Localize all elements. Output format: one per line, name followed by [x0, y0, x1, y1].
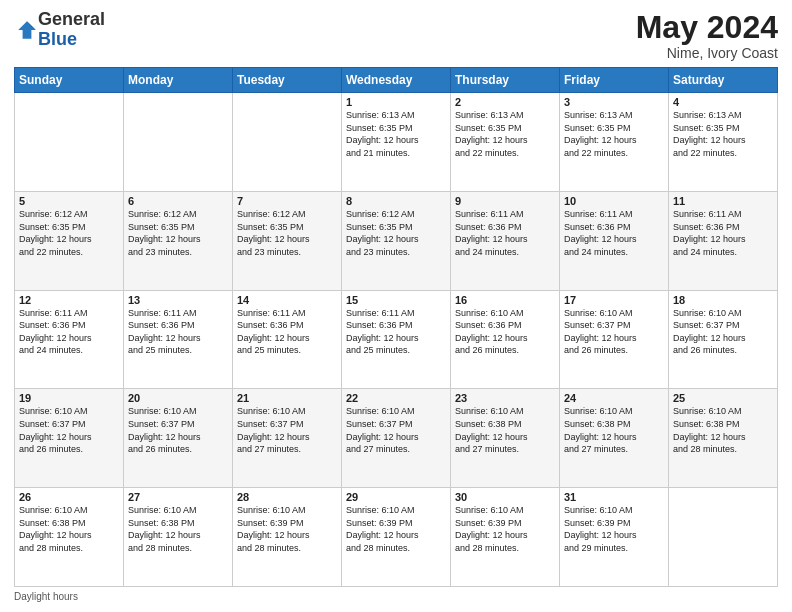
day-number: 7: [237, 195, 337, 207]
day-info: Sunrise: 6:11 AM Sunset: 6:36 PM Dayligh…: [673, 208, 773, 258]
table-cell: 31Sunrise: 6:10 AM Sunset: 6:39 PM Dayli…: [560, 488, 669, 587]
day-info: Sunrise: 6:12 AM Sunset: 6:35 PM Dayligh…: [19, 208, 119, 258]
title-area: May 2024 Nime, Ivory Coast: [636, 10, 778, 61]
day-info: Sunrise: 6:13 AM Sunset: 6:35 PM Dayligh…: [564, 109, 664, 159]
day-number: 29: [346, 491, 446, 503]
day-number: 24: [564, 392, 664, 404]
week-row-4: 19Sunrise: 6:10 AM Sunset: 6:37 PM Dayli…: [15, 389, 778, 488]
th-friday: Friday: [560, 68, 669, 93]
day-info: Sunrise: 6:12 AM Sunset: 6:35 PM Dayligh…: [237, 208, 337, 258]
day-info: Sunrise: 6:13 AM Sunset: 6:35 PM Dayligh…: [455, 109, 555, 159]
table-cell: 15Sunrise: 6:11 AM Sunset: 6:36 PM Dayli…: [342, 290, 451, 389]
table-cell: 12Sunrise: 6:11 AM Sunset: 6:36 PM Dayli…: [15, 290, 124, 389]
day-info: Sunrise: 6:13 AM Sunset: 6:35 PM Dayligh…: [673, 109, 773, 159]
day-info: Sunrise: 6:10 AM Sunset: 6:39 PM Dayligh…: [455, 504, 555, 554]
table-cell: 5Sunrise: 6:12 AM Sunset: 6:35 PM Daylig…: [15, 191, 124, 290]
day-info: Sunrise: 6:10 AM Sunset: 6:37 PM Dayligh…: [237, 405, 337, 455]
day-info: Sunrise: 6:11 AM Sunset: 6:36 PM Dayligh…: [455, 208, 555, 258]
day-info: Sunrise: 6:10 AM Sunset: 6:39 PM Dayligh…: [564, 504, 664, 554]
table-cell: 20Sunrise: 6:10 AM Sunset: 6:37 PM Dayli…: [124, 389, 233, 488]
day-info: Sunrise: 6:10 AM Sunset: 6:37 PM Dayligh…: [346, 405, 446, 455]
day-info: Sunrise: 6:10 AM Sunset: 6:38 PM Dayligh…: [19, 504, 119, 554]
table-cell: 7Sunrise: 6:12 AM Sunset: 6:35 PM Daylig…: [233, 191, 342, 290]
day-info: Sunrise: 6:13 AM Sunset: 6:35 PM Dayligh…: [346, 109, 446, 159]
table-cell: 6Sunrise: 6:12 AM Sunset: 6:35 PM Daylig…: [124, 191, 233, 290]
table-cell: 21Sunrise: 6:10 AM Sunset: 6:37 PM Dayli…: [233, 389, 342, 488]
day-info: Sunrise: 6:10 AM Sunset: 6:36 PM Dayligh…: [455, 307, 555, 357]
day-info: Sunrise: 6:11 AM Sunset: 6:36 PM Dayligh…: [564, 208, 664, 258]
day-number: 15: [346, 294, 446, 306]
table-cell: 24Sunrise: 6:10 AM Sunset: 6:38 PM Dayli…: [560, 389, 669, 488]
day-number: 3: [564, 96, 664, 108]
day-info: Sunrise: 6:12 AM Sunset: 6:35 PM Dayligh…: [346, 208, 446, 258]
day-number: 23: [455, 392, 555, 404]
th-wednesday: Wednesday: [342, 68, 451, 93]
day-number: 31: [564, 491, 664, 503]
table-cell: 2Sunrise: 6:13 AM Sunset: 6:35 PM Daylig…: [451, 93, 560, 192]
table-cell: [233, 93, 342, 192]
day-number: 10: [564, 195, 664, 207]
table-cell: [669, 488, 778, 587]
day-info: Sunrise: 6:10 AM Sunset: 6:37 PM Dayligh…: [19, 405, 119, 455]
table-cell: 22Sunrise: 6:10 AM Sunset: 6:37 PM Dayli…: [342, 389, 451, 488]
day-number: 6: [128, 195, 228, 207]
table-cell: 23Sunrise: 6:10 AM Sunset: 6:38 PM Dayli…: [451, 389, 560, 488]
table-cell: 3Sunrise: 6:13 AM Sunset: 6:35 PM Daylig…: [560, 93, 669, 192]
day-number: 2: [455, 96, 555, 108]
day-number: 28: [237, 491, 337, 503]
day-number: 4: [673, 96, 773, 108]
subtitle: Nime, Ivory Coast: [636, 45, 778, 61]
day-number: 5: [19, 195, 119, 207]
day-number: 20: [128, 392, 228, 404]
th-monday: Monday: [124, 68, 233, 93]
day-number: 22: [346, 392, 446, 404]
day-info: Sunrise: 6:11 AM Sunset: 6:36 PM Dayligh…: [237, 307, 337, 357]
day-number: 14: [237, 294, 337, 306]
table-cell: 10Sunrise: 6:11 AM Sunset: 6:36 PM Dayli…: [560, 191, 669, 290]
day-info: Sunrise: 6:10 AM Sunset: 6:37 PM Dayligh…: [673, 307, 773, 357]
table-cell: 13Sunrise: 6:11 AM Sunset: 6:36 PM Dayli…: [124, 290, 233, 389]
table-cell: 25Sunrise: 6:10 AM Sunset: 6:38 PM Dayli…: [669, 389, 778, 488]
main-title: May 2024: [636, 10, 778, 45]
day-number: 13: [128, 294, 228, 306]
day-info: Sunrise: 6:10 AM Sunset: 6:38 PM Dayligh…: [564, 405, 664, 455]
table-cell: 16Sunrise: 6:10 AM Sunset: 6:36 PM Dayli…: [451, 290, 560, 389]
day-info: Sunrise: 6:10 AM Sunset: 6:37 PM Dayligh…: [128, 405, 228, 455]
day-info: Sunrise: 6:10 AM Sunset: 6:38 PM Dayligh…: [128, 504, 228, 554]
day-info: Sunrise: 6:11 AM Sunset: 6:36 PM Dayligh…: [128, 307, 228, 357]
week-row-2: 5Sunrise: 6:12 AM Sunset: 6:35 PM Daylig…: [15, 191, 778, 290]
table-cell: [15, 93, 124, 192]
table-cell: 28Sunrise: 6:10 AM Sunset: 6:39 PM Dayli…: [233, 488, 342, 587]
week-row-5: 26Sunrise: 6:10 AM Sunset: 6:38 PM Dayli…: [15, 488, 778, 587]
day-number: 9: [455, 195, 555, 207]
day-number: 30: [455, 491, 555, 503]
day-number: 25: [673, 392, 773, 404]
day-number: 11: [673, 195, 773, 207]
th-saturday: Saturday: [669, 68, 778, 93]
day-number: 27: [128, 491, 228, 503]
day-number: 12: [19, 294, 119, 306]
th-sunday: Sunday: [15, 68, 124, 93]
logo-blue: Blue: [38, 29, 77, 49]
day-number: 19: [19, 392, 119, 404]
table-cell: 1Sunrise: 6:13 AM Sunset: 6:35 PM Daylig…: [342, 93, 451, 192]
day-info: Sunrise: 6:11 AM Sunset: 6:36 PM Dayligh…: [346, 307, 446, 357]
table-cell: 9Sunrise: 6:11 AM Sunset: 6:36 PM Daylig…: [451, 191, 560, 290]
th-thursday: Thursday: [451, 68, 560, 93]
table-cell: 29Sunrise: 6:10 AM Sunset: 6:39 PM Dayli…: [342, 488, 451, 587]
table-cell: 19Sunrise: 6:10 AM Sunset: 6:37 PM Dayli…: [15, 389, 124, 488]
day-info: Sunrise: 6:10 AM Sunset: 6:38 PM Dayligh…: [673, 405, 773, 455]
svg-marker-0: [18, 21, 36, 39]
day-number: 1: [346, 96, 446, 108]
day-info: Sunrise: 6:10 AM Sunset: 6:39 PM Dayligh…: [237, 504, 337, 554]
table-cell: 11Sunrise: 6:11 AM Sunset: 6:36 PM Dayli…: [669, 191, 778, 290]
table-cell: 30Sunrise: 6:10 AM Sunset: 6:39 PM Dayli…: [451, 488, 560, 587]
table-cell: 17Sunrise: 6:10 AM Sunset: 6:37 PM Dayli…: [560, 290, 669, 389]
day-info: Sunrise: 6:12 AM Sunset: 6:35 PM Dayligh…: [128, 208, 228, 258]
day-number: 17: [564, 294, 664, 306]
header-row: Sunday Monday Tuesday Wednesday Thursday…: [15, 68, 778, 93]
day-info: Sunrise: 6:10 AM Sunset: 6:38 PM Dayligh…: [455, 405, 555, 455]
week-row-1: 1Sunrise: 6:13 AM Sunset: 6:35 PM Daylig…: [15, 93, 778, 192]
table-cell: 27Sunrise: 6:10 AM Sunset: 6:38 PM Dayli…: [124, 488, 233, 587]
day-number: 8: [346, 195, 446, 207]
